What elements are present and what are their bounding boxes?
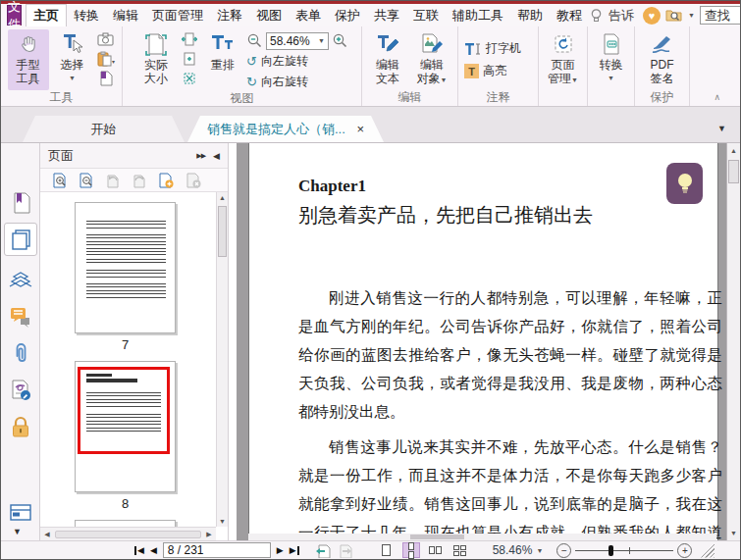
snapshot-camera-icon[interactable] bbox=[96, 31, 116, 47]
file-menu-button[interactable]: 文件 bbox=[7, 5, 22, 25]
page-management-button[interactable]: 页面 管理▼ bbox=[543, 29, 584, 87]
thumbnail-page-7[interactable] bbox=[75, 202, 176, 333]
status-zoom-dropdown-icon[interactable]: ▼ bbox=[536, 547, 543, 554]
fit-width-icon[interactable] bbox=[180, 31, 199, 47]
tab-start[interactable]: 开始 bbox=[23, 116, 185, 142]
panel-collapse-icon[interactable]: ◀ bbox=[213, 151, 220, 161]
thumbnail-zoom-in-icon[interactable] bbox=[52, 173, 68, 188]
zoom-slider[interactable] bbox=[575, 543, 673, 558]
thumb-scroll-thumb[interactable] bbox=[218, 206, 227, 257]
menu-tab-connect[interactable]: 互联 bbox=[406, 4, 446, 26]
edit-object-button[interactable]: 编辑 对象▼ bbox=[411, 29, 452, 87]
next-page-button[interactable]: ▶ bbox=[277, 545, 284, 555]
menu-tab-accessibility[interactable]: 辅助工具 bbox=[446, 4, 510, 26]
zoom-slider-thumb[interactable] bbox=[609, 545, 613, 556]
page-number-input[interactable] bbox=[164, 543, 324, 557]
doc-scroll-up-icon[interactable]: ▲ bbox=[727, 147, 740, 154]
previous-view-button[interactable] bbox=[315, 543, 331, 558]
thumb-scroll-left-icon[interactable]: ◀ bbox=[40, 531, 54, 538]
menu-tab-view[interactable]: 视图 bbox=[249, 4, 289, 26]
doc-scroll-thumb[interactable] bbox=[728, 160, 739, 183]
thumbnail-page-8[interactable] bbox=[75, 361, 176, 492]
doc-scroll-down-icon[interactable]: ▼ bbox=[727, 530, 740, 536]
first-page-button[interactable]: ◀ bbox=[134, 545, 144, 555]
zoom-in-button[interactable]: + bbox=[677, 543, 692, 558]
rotate-page-right-icon[interactable] bbox=[132, 173, 147, 188]
window-resize-grip[interactable] bbox=[700, 543, 715, 558]
destinations-panel-button[interactable] bbox=[4, 496, 37, 530]
hand-tool-button[interactable]: 手型 工具 bbox=[8, 29, 49, 90]
fit-page-icon[interactable] bbox=[180, 51, 199, 67]
doc-hscroll-thumb[interactable] bbox=[410, 535, 464, 539]
strip-more-icon[interactable]: ▼ bbox=[13, 527, 22, 536]
tab-document[interactable]: 销售就是搞定人心（销... × bbox=[187, 116, 384, 142]
previous-page-button[interactable]: ◀ bbox=[150, 545, 157, 555]
pdf-page[interactable]: Chapter1 别急着卖产品，先把自己推销出去 刚进入销售这一行的人都特别急，… bbox=[248, 143, 718, 540]
thumb-scroll-up-icon[interactable]: ▲ bbox=[217, 194, 228, 201]
menu-tab-comment[interactable]: 注释 bbox=[210, 4, 249, 26]
menu-tab-tutorial[interactable]: 教程 bbox=[550, 4, 589, 26]
assistant-lightbulb-button[interactable] bbox=[666, 163, 703, 204]
continuous-view-button[interactable] bbox=[402, 542, 420, 558]
visible-region-indicator[interactable] bbox=[78, 367, 170, 454]
bookmarks-panel-button[interactable] bbox=[4, 186, 37, 220]
zoom-out-button[interactable]: − bbox=[556, 543, 571, 558]
security-panel-button[interactable] bbox=[4, 411, 37, 444]
zoom-out-icon[interactable] bbox=[246, 32, 263, 49]
zoom-percent-combo[interactable]: 58.46% ▼ bbox=[266, 32, 329, 50]
thumbnail-vertical-scrollbar[interactable]: ▲ ▼ bbox=[216, 192, 228, 527]
page-number-combo[interactable]: ▼ bbox=[163, 542, 271, 558]
menu-tab-organize[interactable]: 页面管理 bbox=[145, 4, 210, 26]
document-vertical-scrollbar[interactable]: ▲ ▼ bbox=[726, 143, 740, 540]
pdf-sign-button[interactable]: PDF 签名 bbox=[642, 29, 683, 85]
rotate-left-button[interactable]: ↺ 向左旋转 bbox=[246, 52, 348, 71]
menu-tab-share[interactable]: 共享 bbox=[367, 4, 406, 26]
actual-size-button[interactable]: 实际 大小 bbox=[135, 29, 177, 85]
reflow-button[interactable]: 重排 bbox=[202, 29, 243, 72]
rotate-right-button[interactable]: ↻ 向右旋转 bbox=[246, 73, 348, 91]
clipboard-paste-icon[interactable]: ▾ bbox=[96, 51, 116, 67]
status-zoom-value[interactable]: 58.46% bbox=[493, 543, 533, 557]
panel-expand-icon[interactable]: ▶▶ bbox=[196, 152, 205, 160]
typewriter-button[interactable]: 打字机 bbox=[464, 39, 521, 58]
thumbnail-horizontal-scrollbar[interactable]: ◀ ▶ bbox=[40, 527, 216, 540]
menu-tab-protect[interactable]: 保护 bbox=[328, 4, 367, 26]
tab-close-icon[interactable]: × bbox=[356, 122, 364, 136]
menu-tab-convert[interactable]: 转换 bbox=[67, 4, 106, 26]
heart-icon[interactable]: ♥ bbox=[643, 7, 661, 25]
thumb-scroll-right-icon[interactable]: ▶ bbox=[202, 531, 216, 538]
facing-view-button[interactable] bbox=[427, 542, 445, 558]
signatures-panel-button[interactable] bbox=[4, 374, 37, 407]
pages-panel-button[interactable] bbox=[4, 223, 37, 256]
facing-continuous-view-button[interactable] bbox=[451, 542, 469, 558]
menu-tab-form[interactable]: 表单 bbox=[289, 4, 328, 26]
menu-tab-edit[interactable]: 编辑 bbox=[106, 4, 145, 26]
zoom-to-selection-icon[interactable] bbox=[180, 71, 199, 86]
thumb-hscroll-thumb[interactable] bbox=[55, 531, 201, 538]
convert-button[interactable]: 转换 ▼ bbox=[591, 29, 632, 85]
comments-panel-button[interactable] bbox=[4, 300, 37, 333]
tab-list-dropdown-icon[interactable]: ▼ bbox=[717, 124, 726, 133]
document-horizontal-scrollbar[interactable] bbox=[248, 534, 716, 540]
folder-search-icon[interactable] bbox=[665, 8, 683, 23]
find-input[interactable] bbox=[701, 7, 741, 24]
purple-page-icon[interactable] bbox=[96, 71, 116, 86]
zoom-in-icon[interactable] bbox=[332, 32, 348, 49]
folder-search-dropdown-icon[interactable]: ▼ bbox=[688, 12, 695, 19]
thumbnail-page-9[interactable] bbox=[75, 520, 176, 527]
thumb-scroll-down-icon[interactable]: ▼ bbox=[217, 518, 228, 525]
edit-text-button[interactable]: 编辑 文本 bbox=[367, 29, 408, 85]
ribbon-collapse-icon[interactable]: ∧ bbox=[714, 92, 720, 102]
rotate-page-left-icon[interactable] bbox=[105, 173, 121, 188]
last-page-button[interactable]: ▶ bbox=[290, 545, 299, 555]
select-tool-button[interactable]: 选择 ▼ bbox=[52, 29, 93, 85]
highlight-button[interactable]: T 高亮 bbox=[464, 62, 506, 80]
tell-me-label[interactable]: 告诉 bbox=[609, 7, 638, 25]
delete-page-icon[interactable] bbox=[185, 173, 202, 188]
attachments-panel-button[interactable] bbox=[4, 337, 37, 371]
menu-tab-home[interactable]: 主页 bbox=[26, 4, 67, 26]
new-page-icon[interactable] bbox=[158, 173, 175, 188]
layers-panel-button[interactable] bbox=[4, 264, 37, 297]
thumbnail-zoom-out-icon[interactable] bbox=[79, 173, 94, 188]
menu-tab-help[interactable]: 帮助 bbox=[510, 4, 550, 26]
